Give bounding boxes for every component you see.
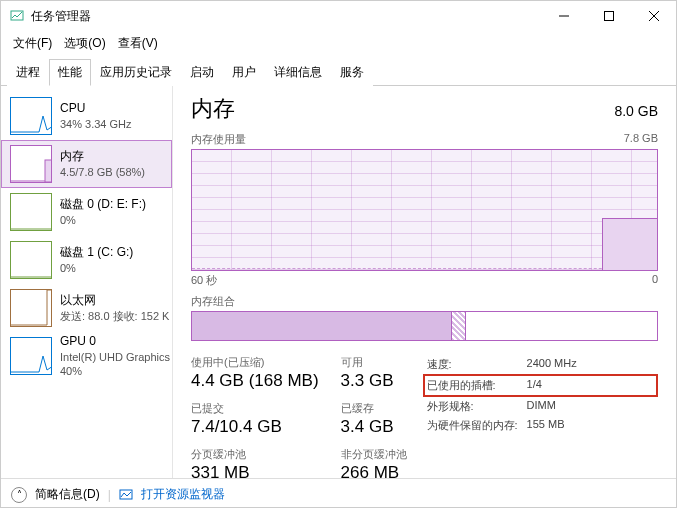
sidebar-sparkline xyxy=(10,97,52,135)
main-title: 内存 xyxy=(191,94,235,124)
chevron-up-icon[interactable]: ˄ xyxy=(11,487,27,503)
stat-1: 可用3.3 GB xyxy=(341,355,407,391)
tab-3[interactable]: 启动 xyxy=(181,59,223,86)
menu-view[interactable]: 查看(V) xyxy=(114,33,162,54)
detail-row-2: 外形规格:DIMM xyxy=(427,397,658,416)
sidebar-item-name: GPU 0 xyxy=(60,334,165,350)
sidebar-item-sub: 0% xyxy=(60,213,146,227)
sidebar-item-3[interactable]: 磁盘 1 (C: G:)0% xyxy=(1,236,172,284)
menu-file[interactable]: 文件(F) xyxy=(9,33,56,54)
sidebar-item-2[interactable]: 磁盘 0 (D: E: F:)0% xyxy=(1,188,172,236)
x-axis-right: 0 xyxy=(652,273,658,288)
sidebar-sparkline xyxy=(10,241,52,279)
maximize-button[interactable] xyxy=(586,2,631,30)
composition-label: 内存组合 xyxy=(191,294,658,309)
tab-6[interactable]: 服务 xyxy=(331,59,373,86)
stat-0: 使用中(已压缩)4.4 GB (168 MB) xyxy=(191,355,319,391)
sidebar-item-sub: 发送: 88.0 接收: 152 K xyxy=(60,309,165,323)
sidebar-item-name: 内存 xyxy=(60,149,145,165)
sidebar-item-sub: 34% 3.34 GHz xyxy=(60,117,132,131)
stats-right: 速度:2400 MHz已使用的插槽:1/4外形规格:DIMM为硬件保留的内存:1… xyxy=(427,355,658,483)
tabbar: 进程性能应用历史记录启动用户详细信息服务 xyxy=(1,58,676,86)
detail-row-0: 速度:2400 MHz xyxy=(427,355,658,374)
tab-4[interactable]: 用户 xyxy=(223,59,265,86)
open-resmon-link[interactable]: 打开资源监视器 xyxy=(141,486,225,503)
window-title: 任务管理器 xyxy=(31,8,541,25)
stats-left: 使用中(已压缩)4.4 GB (168 MB)可用3.3 GB已提交7.4/10… xyxy=(191,355,407,483)
tab-0[interactable]: 进程 xyxy=(7,59,49,86)
sidebar-item-name: 磁盘 1 (C: G:) xyxy=(60,245,133,261)
sidebar-item-name: CPU xyxy=(60,101,132,117)
close-button[interactable] xyxy=(631,2,676,30)
memory-composition-chart xyxy=(191,311,658,341)
usage-max: 7.8 GB xyxy=(624,132,658,147)
stat-3: 已缓存3.4 GB xyxy=(341,401,407,437)
tab-2[interactable]: 应用历史记录 xyxy=(91,59,181,86)
memory-total: 8.0 GB xyxy=(614,103,658,119)
stat-2: 已提交7.4/10.4 GB xyxy=(191,401,319,437)
resmon-icon xyxy=(119,488,133,502)
sidebar-item-sub: 0% xyxy=(60,261,133,275)
stat-4: 分页缓冲池331 MB xyxy=(191,447,319,483)
sidebar-item-5[interactable]: GPU 0Intel(R) UHD Graphics40% xyxy=(1,332,172,380)
sidebar-item-name: 以太网 xyxy=(60,293,165,309)
detail-row-3: 为硬件保留的内存:155 MB xyxy=(427,416,658,435)
main-panel: 内存 8.0 GB 内存使用量 7.8 GB 60 秒 0 内存组合 使用中(已… xyxy=(173,86,676,478)
fewer-details-link[interactable]: 简略信息(D) xyxy=(35,486,100,503)
detail-row-1: 已使用的插槽:1/4 xyxy=(423,374,658,397)
tab-5[interactable]: 详细信息 xyxy=(265,59,331,86)
sidebar-item-sub: 4.5/7.8 GB (58%) xyxy=(60,165,145,179)
usage-label: 内存使用量 xyxy=(191,132,246,147)
memory-usage-chart xyxy=(191,149,658,271)
app-icon xyxy=(9,8,25,24)
sidebar-sparkline xyxy=(10,337,52,375)
svg-rect-2 xyxy=(604,12,613,21)
sidebar-sparkline xyxy=(10,145,52,183)
sidebar-item-name: 磁盘 0 (D: E: F:) xyxy=(60,197,146,213)
menu-options[interactable]: 选项(O) xyxy=(60,33,109,54)
x-axis-left: 60 秒 xyxy=(191,273,217,288)
menubar: 文件(F) 选项(O) 查看(V) xyxy=(1,31,676,58)
sidebar-item-sub: Intel(R) UHD Graphics xyxy=(60,350,165,364)
sidebar-item-0[interactable]: CPU34% 3.34 GHz xyxy=(1,92,172,140)
sidebar-item-1[interactable]: 内存4.5/7.8 GB (58%) xyxy=(1,140,172,188)
titlebar: 任务管理器 xyxy=(1,1,676,31)
stat-5: 非分页缓冲池266 MB xyxy=(341,447,407,483)
minimize-button[interactable] xyxy=(541,2,586,30)
sidebar-sparkline xyxy=(10,289,52,327)
svg-rect-5 xyxy=(45,160,52,182)
sidebar: CPU34% 3.34 GHz内存4.5/7.8 GB (58%)磁盘 0 (D… xyxy=(1,86,173,478)
sidebar-sparkline xyxy=(10,193,52,231)
sidebar-item-4[interactable]: 以太网发送: 88.0 接收: 152 K xyxy=(1,284,172,332)
tab-1[interactable]: 性能 xyxy=(49,59,91,86)
